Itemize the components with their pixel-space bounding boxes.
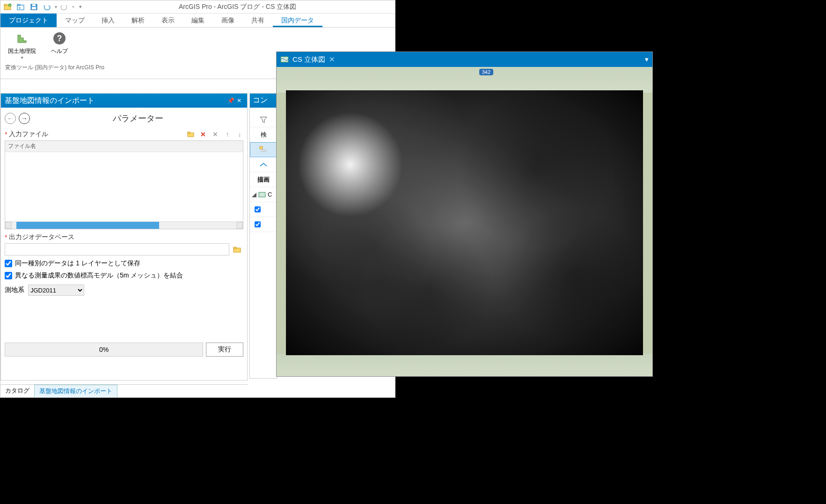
input-file-list[interactable]: ファイル名 [5,140,243,229]
layer-group-label: C [268,191,272,198]
new-project-icon[interactable]: + [2,2,14,12]
tab-domestic-data[interactable]: 国内データ [273,14,322,27]
tab-insert[interactable]: 挿入 [93,14,123,27]
redo-icon[interactable] [59,2,70,12]
clear-icon[interactable]: ✕ [212,131,219,138]
move-down-icon[interactable]: ↓ [236,131,243,138]
browse-gdb-icon[interactable] [231,243,243,256]
svg-rect-15 [260,146,263,149]
run-button[interactable]: 実行 [206,343,243,357]
svg-rect-14 [234,247,236,248]
output-gdb-label: 出力ジオデータベース [9,233,74,241]
list-by-drawing-order-icon[interactable] [250,142,277,157]
parameters-heading: パラメーター [33,113,243,124]
datum-select[interactable]: JGD2011 [28,285,84,296]
gsi-label: 国土地理院 [8,47,36,55]
filename-column-header: ファイル名 [5,141,243,152]
input-file-label: 入力ファイル [9,130,48,139]
layer-checkbox-1[interactable] [250,202,277,217]
output-gdb-input[interactable] [5,243,229,256]
pin-icon[interactable]: 📌 [227,97,235,104]
horizontal-scrollbar[interactable] [5,221,243,229]
svg-rect-8 [32,7,36,9]
redo-dropdown-icon[interactable]: ▾ [72,4,74,9]
map-icon [280,56,289,63]
required-marker: * [5,131,7,138]
remove-icon[interactable]: ✕ [199,131,207,138]
svg-rect-16 [261,149,267,150]
contents-panel-title: コン [250,94,277,108]
bottom-tab-strip: カタログ 基盤地図情報のインポート [0,384,248,397]
contents-panel: コン 検 描画 ◢ C [249,93,278,379]
required-marker: * [5,234,7,241]
tool-panel-title: 基盤地図情報のインポート [5,96,227,106]
svg-rect-18 [259,192,265,197]
close-icon[interactable]: ✕ [235,97,243,104]
back-button[interactable]: ← [5,113,16,124]
filter-icon[interactable] [250,112,277,127]
tab-edit[interactable]: 編集 [183,14,213,27]
tab-imagery[interactable]: 画像 [213,14,243,27]
svg-rect-17 [261,151,267,152]
undo-dropdown-icon[interactable]: ▾ [55,4,57,9]
svg-rect-1 [4,4,7,6]
map-tab-title[interactable]: CS 立体図 [292,55,325,64]
svg-text:?: ? [57,34,62,43]
browse-folder-icon[interactable] [187,131,195,138]
help-button[interactable]: ? ヘルプ [48,29,71,56]
terrain-raster [286,90,643,355]
collapse-icon[interactable] [250,157,277,172]
tool-panel-header: 基盤地図情報のインポート 📌 ✕ [1,94,247,108]
chk-merge-dem-label: 異なる測量成果の数値標高モデル（5m メッシュ）を結合 [15,271,183,280]
map-viewport[interactable]: 342 [277,67,652,376]
tab-share[interactable]: 共有 [243,14,273,27]
chk-merge-dem[interactable] [5,272,12,279]
route-badge: 342 [479,69,493,75]
tab-project[interactable]: プロジェクト [0,14,57,27]
layer-checkbox-2[interactable] [250,217,277,232]
ribbon-tab-strip: プロジェクト マップ 挿入 解析 表示 編集 画像 共有 国内データ [0,14,395,28]
svg-text:+: + [9,4,11,7]
scroll-right-icon[interactable] [236,222,243,229]
tab-map[interactable]: マップ [57,14,93,27]
undo-icon[interactable] [42,2,53,12]
gsi-button[interactable]: 国土地理院 ▾ [5,29,39,61]
svg-rect-7 [32,4,36,6]
tab-catalog[interactable]: カタログ [0,385,34,397]
layer-group-row[interactable]: ◢ C [250,187,277,202]
forward-button[interactable]: → [19,113,30,124]
scroll-left-icon[interactable] [5,222,12,229]
drawing-order-label: 描画 [250,172,277,187]
tab-view[interactable]: 表示 [153,14,183,27]
chk-same-kind[interactable] [5,260,12,267]
help-label: ヘルプ [51,47,68,55]
map-tab-dropdown-icon[interactable]: ▾ [645,55,649,64]
datum-label: 測地系 [5,286,24,294]
search-text[interactable]: 検 [250,127,277,142]
move-up-icon[interactable]: ↑ [224,131,231,138]
svg-rect-12 [188,132,190,133]
open-project-icon[interactable] [15,2,27,12]
chk-same-kind-label: 同一種別のデータは 1 レイヤーとして保存 [15,259,140,268]
save-project-icon[interactable] [29,2,40,12]
tab-tool[interactable]: 基盤地図情報のインポート [34,385,117,397]
window-title: ArcGIS Pro - ArcGIS ブログ - CS 立体図 [82,3,393,11]
gsi-icon [14,30,30,46]
progress-bar: 0% [5,343,203,357]
tab-analysis[interactable]: 解析 [123,14,153,27]
chevron-down-icon: ▾ [21,55,23,60]
quick-access-toolbar: + ▾ ▾ ▾ [2,2,82,12]
map-tab-close-icon[interactable]: ✕ [329,55,335,64]
scrollbar-thumb[interactable] [16,222,159,229]
tool-panel: 基盤地図情報のインポート 📌 ✕ ← → パラメーター * 入力ファイル ✕ ✕… [0,93,248,380]
titlebar: + ▾ ▾ ▾ ArcGIS Pro - ArcGIS ブログ - CS 立体図 [0,0,395,14]
help-icon: ? [51,30,67,46]
map-view-window: CS 立体図 ✕ ▾ 342 [276,51,653,377]
map-tab-strip: CS 立体図 ✕ ▾ [277,52,652,67]
